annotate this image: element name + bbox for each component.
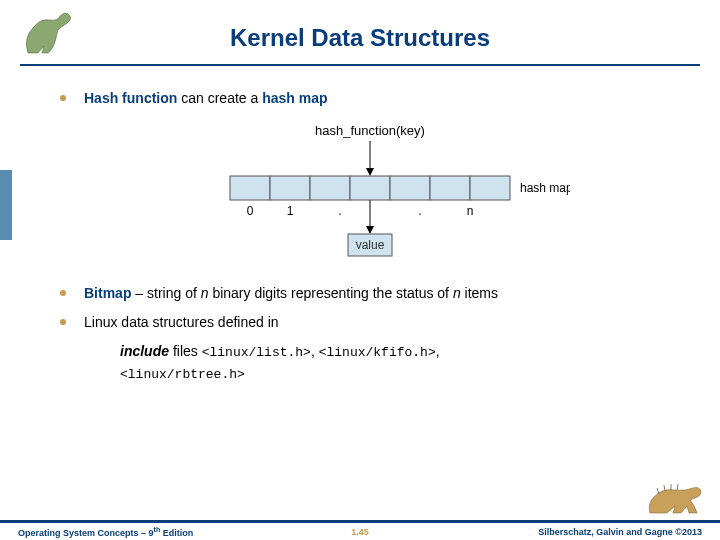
diagram-idx-dot: . bbox=[338, 204, 341, 218]
diagram-idx-0: 0 bbox=[247, 204, 254, 218]
title-rule bbox=[20, 64, 700, 66]
bullet-icon bbox=[60, 95, 66, 101]
file-list-h: <linux/list.h> bbox=[202, 345, 311, 360]
text: , bbox=[436, 343, 440, 359]
bullet-linux: Linux data structures defined in bbox=[60, 312, 680, 333]
diagram-func-label: hash_function(key) bbox=[315, 123, 425, 138]
text: binary digits representing the status of bbox=[209, 285, 453, 301]
dinosaur-logo-right bbox=[645, 478, 705, 518]
svg-rect-3 bbox=[270, 176, 310, 200]
svg-rect-5 bbox=[350, 176, 390, 200]
bullet-icon bbox=[60, 290, 66, 296]
footer-page-number: 1.45 bbox=[351, 527, 369, 537]
text: Linux data structures defined in bbox=[84, 312, 279, 333]
file-kfifo-h: <linux/kfifo.h> bbox=[319, 345, 436, 360]
svg-marker-10 bbox=[366, 226, 374, 234]
svg-rect-2 bbox=[230, 176, 270, 200]
svg-line-12 bbox=[657, 488, 659, 494]
diagram-idx-n: n bbox=[467, 204, 474, 218]
text: , bbox=[311, 343, 319, 359]
svg-marker-1 bbox=[366, 168, 374, 176]
footer: Operating System Concepts – 9th Edition … bbox=[0, 520, 720, 540]
svg-rect-8 bbox=[470, 176, 510, 200]
bullet-bitmap: Bitmap – string of n binary digits repre… bbox=[60, 283, 680, 304]
footer-left: Operating System Concepts – 9th Edition bbox=[18, 526, 193, 538]
file-rbtree-h: <linux/rbtree.h> bbox=[120, 367, 245, 382]
text: files bbox=[169, 343, 202, 359]
bullet-icon bbox=[60, 319, 66, 325]
diagram-map-label: hash map bbox=[520, 181, 570, 195]
term-bitmap: Bitmap bbox=[84, 285, 131, 301]
bullet-linux-files: include files <linux/list.h>, <linux/kfi… bbox=[120, 341, 680, 384]
footer-right: Silberschatz, Galvin and Gagne ©2013 bbox=[538, 527, 702, 537]
svg-rect-4 bbox=[310, 176, 350, 200]
text: can create a bbox=[177, 90, 262, 106]
term-hash-function: Hash function bbox=[84, 90, 177, 106]
sidebar-accent bbox=[0, 170, 12, 240]
svg-line-13 bbox=[664, 485, 665, 491]
svg-line-15 bbox=[677, 484, 678, 490]
hash-map-cells bbox=[230, 176, 510, 200]
term-hash-map: hash map bbox=[262, 90, 327, 106]
diagram-value-label: value bbox=[356, 238, 385, 252]
text: items bbox=[461, 285, 498, 301]
hash-map-diagram: hash_function(key) hash map 0 1 . . n va… bbox=[170, 121, 570, 261]
var-n: n bbox=[453, 285, 461, 301]
content-area: Hash function can create a hash map hash… bbox=[60, 88, 680, 388]
bullet-hash-function: Hash function can create a hash map bbox=[60, 88, 680, 109]
svg-rect-7 bbox=[430, 176, 470, 200]
text: – string of bbox=[131, 285, 200, 301]
page-title: Kernel Data Structures bbox=[0, 24, 720, 52]
diagram-idx-1: 1 bbox=[287, 204, 294, 218]
keyword-include: include bbox=[120, 343, 169, 359]
var-n: n bbox=[201, 285, 209, 301]
svg-rect-6 bbox=[390, 176, 430, 200]
diagram-idx-dot: . bbox=[418, 204, 421, 218]
